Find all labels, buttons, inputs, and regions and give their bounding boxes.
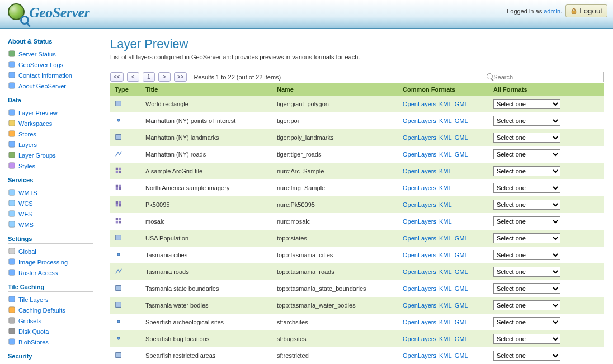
sidebar-item-label[interactable]: Styles xyxy=(18,163,35,169)
format-link[interactable]: KML xyxy=(439,185,452,191)
format-link[interactable]: KML xyxy=(439,319,452,325)
sidebar-item-label[interactable]: WMS xyxy=(18,221,34,228)
pager-prev-button[interactable]: < xyxy=(127,72,139,82)
sidebar-item-layer-groups[interactable]: Layer Groups xyxy=(8,150,93,160)
format-link[interactable]: GML xyxy=(455,268,468,275)
format-link[interactable]: KML xyxy=(439,285,452,292)
username-link[interactable]: admin xyxy=(544,8,560,15)
pager-first-button[interactable]: << xyxy=(110,72,124,82)
sidebar-item-label[interactable]: Tile Layers xyxy=(18,296,48,303)
sidebar-item-styles[interactable]: Styles xyxy=(8,160,93,171)
format-link[interactable]: OpenLayers xyxy=(403,319,436,325)
sidebar-item-label[interactable]: Raster Access xyxy=(18,270,58,276)
format-link[interactable]: GML xyxy=(455,352,468,359)
sidebar-item-label[interactable]: Image Processing xyxy=(18,259,68,266)
sidebar-item-image-processing[interactable]: Image Processing xyxy=(8,257,93,267)
sidebar-item-label[interactable]: Server Status xyxy=(18,51,56,58)
format-link[interactable]: KML xyxy=(439,352,452,359)
search-input[interactable] xyxy=(493,74,601,81)
format-link[interactable]: GML xyxy=(455,335,468,342)
format-link[interactable]: KML xyxy=(439,101,452,107)
logout-button[interactable]: Logout xyxy=(565,4,607,17)
sidebar-item-label[interactable]: Contact Information xyxy=(18,72,72,79)
sidebar-item-label[interactable]: Layers xyxy=(18,141,37,148)
format-link[interactable]: GML xyxy=(455,285,468,292)
format-link[interactable]: KML xyxy=(439,302,452,309)
all-formats-select[interactable]: Select one xyxy=(493,250,560,260)
format-link[interactable]: KML xyxy=(439,235,452,242)
sidebar-item-label[interactable]: WMTS xyxy=(18,190,37,196)
pager-current-button[interactable]: 1 xyxy=(143,72,155,82)
sidebar-item-wms[interactable]: WMS xyxy=(8,219,93,230)
col-all[interactable]: All Formats xyxy=(489,83,604,96)
format-link[interactable]: OpenLayers xyxy=(403,268,436,275)
format-link[interactable]: OpenLayers xyxy=(403,185,436,191)
sidebar-item-label[interactable]: Gridsets xyxy=(18,318,41,324)
sidebar-item-wfs[interactable]: WFS xyxy=(8,209,93,219)
all-formats-select[interactable]: Select one xyxy=(493,200,560,210)
format-link[interactable]: OpenLayers xyxy=(403,134,436,141)
sidebar-item-server-status[interactable]: Server Status xyxy=(8,49,93,59)
sidebar-item-blobstores[interactable]: BlobStores xyxy=(8,337,93,347)
format-link[interactable]: GML xyxy=(455,302,468,309)
sidebar-item-contact-information[interactable]: Contact Information xyxy=(8,70,93,81)
sidebar-item-label[interactable]: BlobStores xyxy=(18,339,49,346)
all-formats-select[interactable]: Select one xyxy=(493,300,560,310)
sidebar-item-about-geoserver[interactable]: About GeoServer xyxy=(8,81,93,91)
sidebar-item-label[interactable]: Disk Quota xyxy=(18,328,49,335)
all-formats-select[interactable]: Select one xyxy=(493,216,560,226)
format-link[interactable]: OpenLayers xyxy=(403,151,436,158)
sidebar-item-tile-layers[interactable]: Tile Layers xyxy=(8,294,93,305)
format-link[interactable]: OpenLayers xyxy=(403,352,436,359)
format-link[interactable]: GML xyxy=(455,235,468,242)
format-link[interactable]: OpenLayers xyxy=(403,218,436,225)
all-formats-select[interactable]: Select one xyxy=(493,351,560,361)
format-link[interactable]: KML xyxy=(439,268,452,275)
pager-last-button[interactable]: >> xyxy=(174,72,187,82)
all-formats-select[interactable]: Select one xyxy=(493,317,560,327)
all-formats-select[interactable]: Select one xyxy=(493,166,560,176)
format-link[interactable]: KML xyxy=(439,117,452,124)
format-link[interactable]: GML xyxy=(455,319,468,325)
sidebar-item-wmts[interactable]: WMTS xyxy=(8,187,93,198)
format-link[interactable]: OpenLayers xyxy=(403,252,436,258)
format-link[interactable]: KML xyxy=(439,134,452,141)
format-link[interactable]: OpenLayers xyxy=(403,302,436,309)
all-formats-select[interactable]: Select one xyxy=(493,233,560,243)
sidebar-item-label[interactable]: WCS xyxy=(18,200,33,207)
sidebar-item-label[interactable]: Workspaces xyxy=(18,120,52,127)
sidebar-item-layers[interactable]: Layers xyxy=(8,139,93,150)
format-link[interactable]: OpenLayers xyxy=(403,335,436,342)
format-link[interactable]: GML xyxy=(455,252,468,258)
all-formats-select[interactable]: Select one xyxy=(493,149,560,159)
col-common[interactable]: Common Formats xyxy=(398,83,489,96)
format-link[interactable]: KML xyxy=(439,252,452,258)
sidebar-item-global[interactable]: Global xyxy=(8,246,93,257)
search-box[interactable] xyxy=(484,72,604,82)
sidebar-item-stores[interactable]: Stores xyxy=(8,129,93,139)
sidebar-item-label[interactable]: Caching Defaults xyxy=(18,307,65,314)
sidebar-item-layer-preview[interactable]: Layer Preview xyxy=(8,107,93,118)
format-link[interactable]: OpenLayers xyxy=(403,101,436,107)
col-type[interactable]: Type xyxy=(110,83,141,96)
all-formats-select[interactable]: Select one xyxy=(493,116,560,126)
format-link[interactable]: KML xyxy=(439,151,452,158)
format-link[interactable]: GML xyxy=(455,101,468,107)
all-formats-select[interactable]: Select one xyxy=(493,283,560,294)
sidebar-item-label[interactable]: Layer Preview xyxy=(18,110,58,116)
format-link[interactable]: OpenLayers xyxy=(403,285,436,292)
sidebar-item-caching-defaults[interactable]: Caching Defaults xyxy=(8,305,93,315)
all-formats-select[interactable]: Select one xyxy=(493,99,560,109)
format-link[interactable]: KML xyxy=(439,168,452,174)
pager-next-button[interactable]: > xyxy=(158,72,171,82)
format-link[interactable]: KML xyxy=(439,335,452,342)
sidebar-item-label[interactable]: About GeoServer xyxy=(18,83,66,89)
col-title[interactable]: Title xyxy=(141,83,272,96)
format-link[interactable]: KML xyxy=(439,201,452,208)
col-name[interactable]: Name xyxy=(272,83,398,96)
format-link[interactable]: OpenLayers xyxy=(403,235,436,242)
format-link[interactable]: GML xyxy=(455,134,468,141)
sidebar-item-raster-access[interactable]: Raster Access xyxy=(8,267,93,278)
sidebar-item-label[interactable]: Stores xyxy=(18,131,36,138)
sidebar-item-workspaces[interactable]: Workspaces xyxy=(8,118,93,129)
